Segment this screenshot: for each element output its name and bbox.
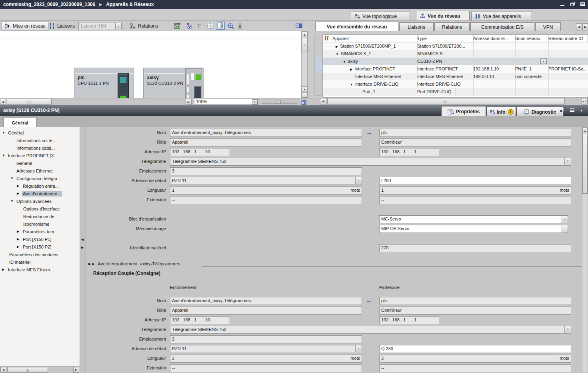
tree-item[interactable]: ▼Options avancées (10, 197, 53, 205)
zoom-level-dropdown[interactable]: 100% ▼ (194, 99, 258, 105)
expand-icon[interactable]: ▶ (88, 262, 91, 266)
table-row[interactable]: ▶Interface PROFINET Interface PROFINET 1… (323, 65, 588, 73)
process-image-browse-button[interactable]: ... (562, 225, 568, 233)
tree-item[interactable]: Options d'interface (22, 205, 61, 213)
tab-topology-view[interactable]: Vue topologique (351, 12, 410, 20)
drive-extension-field[interactable]: -- (170, 196, 362, 204)
restore-icon[interactable] (570, 2, 576, 6)
menu-icon[interactable] (580, 2, 586, 6)
splitter-collapse-left-icon[interactable]: ◀ (81, 238, 84, 241)
tree-item[interactable]: ▶Interface MES Ethern... (2, 266, 55, 273)
tree-item[interactable]: Informations sur le ... (15, 136, 59, 144)
tab-scroll-right-icon[interactable]: ▶ (582, 23, 588, 30)
scroll-down-icon[interactable]: ▼ (302, 86, 308, 92)
tree-item[interactable]: Isochronisme (22, 220, 50, 228)
device-plc[interactable]: plc CPU 1511-1 PN (74, 68, 134, 98)
scroll-thumb[interactable]: ||| (327, 98, 565, 104)
scroll-thumb[interactable]: ||| (7, 367, 48, 373)
tab-relations[interactable]: Relations (434, 22, 470, 31)
connections-button[interactable]: Liaisons (46, 22, 77, 30)
tree-item[interactable]: ▶Port [X150 P2] (17, 243, 53, 251)
crop-page-icon[interactable] (196, 22, 204, 30)
tree-item-selected[interactable]: ▶Axe d'entraîneme... (17, 190, 62, 197)
tree-item[interactable]: Général (15, 159, 33, 167)
column-header-address[interactable]: Adresse dans le ... (472, 35, 516, 42)
table-row[interactable]: ▼SINAMICS S_1 SINAMICS S (323, 50, 588, 58)
splitter-collapse-right-icon[interactable]: ▶ (81, 246, 84, 249)
minimize-icon[interactable] (560, 2, 565, 6)
drive-start-address-dropdown[interactable]: PZD 11▼ (170, 177, 362, 185)
telegram-section-header[interactable]: ▶ ▶ Axe d'entraînement_axixy-Télégrammes (88, 260, 180, 267)
partner-length-field[interactable]: 3mots (379, 355, 571, 363)
scroll-right-icon[interactable]: ▶ (73, 367, 79, 373)
scroll-left-icon[interactable]: ◀ (0, 99, 6, 105)
drive-extension-field[interactable]: -- (170, 364, 362, 372)
scroll-right-icon[interactable]: ▶ (186, 99, 192, 105)
scroll-thumb[interactable]: ||| (7, 99, 52, 105)
tree-item[interactable]: ▼Configuration télégra... (10, 174, 62, 182)
expand-icon[interactable]: ▶ (92, 262, 94, 266)
slot-field[interactable]: 3 (170, 167, 362, 175)
telegram-dropdown[interactable]: Télégramme SIEMENS 750▼ (170, 158, 571, 166)
scroll-buttons[interactable]: ▲▼ (582, 98, 588, 104)
chevron-down-icon[interactable]: ▼ (580, 108, 584, 112)
partner-extension-field[interactable]: -- (379, 364, 571, 372)
column-header-io-master[interactable]: Réseau maître IO (547, 35, 588, 42)
tree-item[interactable]: Paramètres des modules (8, 251, 59, 258)
slot-field[interactable]: 3 (170, 335, 362, 343)
pane-splitter[interactable]: ◀ ▶ (80, 127, 86, 373)
tree-item[interactable]: ▶Paramètres tem... (17, 228, 59, 235)
tab-io-communication[interactable]: Communication E/S (470, 22, 534, 31)
partner-extension-field[interactable]: -- (379, 196, 571, 204)
drive-role-field[interactable]: Appareil (170, 138, 362, 146)
partner-start-address-field[interactable]: Q 280 (379, 345, 571, 353)
breadcrumb-page[interactable]: Appareils & Réseaux (106, 2, 154, 7)
tab-general[interactable]: Général (3, 118, 37, 128)
scroll-left-icon[interactable]: ◀ (0, 367, 6, 373)
partner-role-field[interactable]: Contrôleur (379, 307, 571, 315)
scroll-up-icon[interactable]: ▲ (582, 128, 588, 133)
drive-role-field[interactable]: Appareil (170, 307, 362, 315)
partner-ip-field[interactable]: 192 . 168 . 1 . 1 (379, 316, 439, 324)
subnet-dropdown-icon[interactable]: ▼ (540, 58, 547, 64)
split-editor-icon[interactable] (294, 22, 303, 30)
zoom-slider[interactable] (261, 100, 298, 104)
breadcrumb-project[interactable]: commissing_2023_0609_20230609_1306 (3, 2, 95, 7)
connection-type-dropdown[interactable]: Liaison IHM ▼ (78, 22, 122, 30)
tree-bottom-scrollbar[interactable]: ◀ ||| ▶ (0, 366, 80, 373)
device-axisy[interactable]: axisy S120 CU310-2 PN plc (143, 68, 204, 98)
show-station-names-icon[interactable]: NAME (173, 22, 182, 30)
partner-ip-field[interactable]: 192 . 168 . 1 . 1 (379, 148, 439, 156)
tab-network-overview[interactable]: Vue d'ensemble du réseau (315, 22, 398, 31)
collapse-pane-icon[interactable] (570, 108, 575, 112)
organization-block-field[interactable]: MC-Servo (379, 215, 566, 223)
scroll-thumb[interactable]: ≡ (302, 38, 308, 52)
drive-start-address-dropdown[interactable]: PZD 11▼ (170, 345, 362, 353)
table-row-selected[interactable]: ▼axisy CU310-2 PN ▼ (323, 58, 588, 65)
column-header-subnet[interactable]: Sous-réseau (514, 35, 549, 42)
highlight-io-icon[interactable] (185, 22, 194, 30)
table-row[interactable]: Interface MES Ethernet Interface MES Eth… (323, 73, 588, 80)
zoom-in-icon[interactable] (226, 22, 235, 30)
drive-length-field[interactable]: 1mots (170, 186, 362, 195)
tab-scroll-left-icon[interactable]: ◀ (576, 23, 582, 30)
process-image-field[interactable]: MIP OB Servo (379, 225, 566, 233)
tab-info[interactable]: i Info i (486, 107, 516, 117)
tab-vpn[interactable]: VPN (535, 22, 561, 31)
partner-length-field[interactable]: 1mots (379, 186, 571, 195)
drive-ip-field[interactable]: 192 . 168 . 1 . 10 (170, 148, 230, 156)
page-breaks-icon[interactable] (206, 22, 215, 30)
drive-name-field[interactable]: Axe d'entraînement_axixy-Télégrammes (170, 129, 362, 137)
form-vscrollbar[interactable]: ▲ (582, 127, 588, 373)
tree-item[interactable]: Informations catal... (15, 144, 56, 152)
tab-connections[interactable]: Liaisons (399, 22, 434, 31)
scroll-left-icon[interactable]: ◀ (320, 98, 326, 104)
scroll-thumb[interactable] (582, 134, 588, 194)
organization-block-browse-button[interactable]: ... (562, 215, 568, 223)
tree-item[interactable]: ▶Régulation entra... (17, 182, 60, 190)
pane-corner-button[interactable] (302, 92, 308, 98)
tree-item[interactable]: ID matériel (8, 258, 32, 266)
tab-device-view[interactable]: Vue des appareils (471, 12, 532, 20)
drive-length-field[interactable]: 3mots (170, 355, 362, 363)
table-row[interactable]: Port_1 Port DRIVE-CLiQ (323, 88, 588, 96)
